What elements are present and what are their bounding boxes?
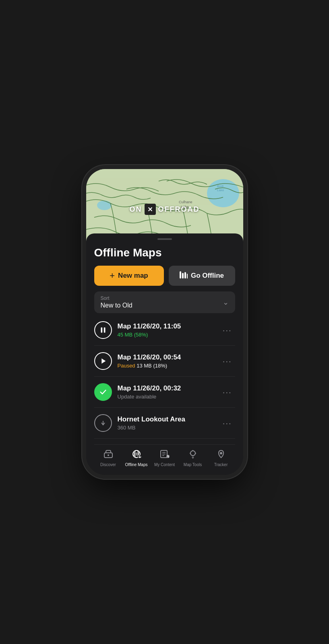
map-item-info: Map 11/26/20, 11:05 45 MB (58%) (118, 322, 214, 338)
tracker-icon (216, 450, 226, 461)
nav-item-offline-maps[interactable]: Offline Maps (122, 448, 151, 469)
new-map-label: New map (118, 272, 148, 280)
svg-point-4 (97, 200, 112, 210)
action-buttons-row: + New map Go Offline (94, 266, 235, 286)
svg-rect-8 (182, 273, 184, 279)
svg-rect-7 (180, 271, 181, 279)
svg-rect-10 (187, 274, 188, 279)
download-icon-button[interactable] (94, 414, 112, 432)
nav-item-map-tools[interactable]: Map Tools (179, 448, 207, 469)
bars-icon (180, 271, 188, 280)
svg-text:Lake: Lake (217, 188, 224, 192)
map-item-status: 360 MB (118, 425, 214, 431)
map-list-item: Map 11/26/20, 00:32 Update available ··· (94, 377, 235, 408)
go-offline-label: Go Offline (191, 272, 224, 280)
svg-point-28 (190, 451, 195, 456)
nav-label-offline-maps: Offline Maps (125, 462, 148, 467)
sort-dropdown[interactable]: Sort New to Old ⌄ (94, 291, 235, 313)
map-item-name: Map 11/26/20, 00:54 (118, 353, 214, 361)
more-options-button[interactable]: ··· (219, 324, 235, 336)
nav-item-my-content[interactable]: My Content (151, 448, 179, 469)
map-list-item: Hornet Lookout Area 360 MB ··· (94, 408, 235, 439)
map-list-item: Granite Park Update available ··· (94, 439, 235, 444)
go-offline-button[interactable]: Go Offline (169, 266, 235, 286)
nav-label-my-content: My Content (154, 462, 175, 467)
drag-handle[interactable] (157, 238, 172, 240)
more-options-button[interactable]: ··· (219, 355, 235, 367)
map-item-name: Map 11/26/20, 00:32 (118, 384, 214, 392)
bottom-nav: Discover Offline Maps (94, 444, 235, 475)
map-item-status: Paused 13 MB (18%) (118, 363, 214, 369)
map-list-item: Map 11/26/20, 11:05 45 MB (58%) ··· (94, 315, 235, 346)
page-title: Offline Maps (94, 246, 235, 259)
nav-item-tracker[interactable]: Tracker (207, 448, 235, 469)
svg-marker-13 (101, 359, 106, 364)
more-options-button[interactable]: ··· (219, 417, 235, 429)
map-item-status: 45 MB (58%) (118, 332, 214, 338)
my-content-icon (159, 450, 170, 461)
plus-icon: + (110, 271, 115, 280)
brand-offroad: OFFROAD (158, 205, 200, 214)
svg-rect-11 (101, 328, 102, 333)
offline-maps-icon (131, 450, 142, 461)
map-item-info: Map 11/26/20, 00:32 Update available (118, 384, 214, 400)
map-item-name: Map 11/26/20, 11:05 (118, 322, 214, 330)
map-tools-icon (188, 450, 198, 461)
more-options-button[interactable]: ··· (219, 386, 235, 398)
bottom-sheet: Offline Maps + New map Go Offline (86, 233, 243, 475)
map-item-status: Update available (118, 394, 214, 400)
svg-point-16 (108, 454, 109, 456)
map-list-item: Map 11/26/20, 00:54 Paused 13 MB (18%) ·… (94, 346, 235, 377)
nav-item-discover[interactable]: Discover (94, 448, 122, 469)
map-item-info: Hornet Lookout Area 360 MB (118, 415, 214, 431)
phone-frame: Bodi Lake Culhane (86, 169, 243, 475)
sort-label: Sort (101, 295, 229, 301)
nav-label-map-tools: Map Tools (184, 462, 202, 467)
brand-logo: ON ✕ OFFROAD (130, 204, 200, 215)
svg-point-33 (220, 452, 222, 454)
discover-icon (103, 450, 113, 461)
chevron-down-icon: ⌄ (223, 298, 229, 307)
brand-x: ✕ (145, 204, 156, 215)
map-item-info: Map 11/26/20, 00:54 Paused 13 MB (18%) (118, 353, 214, 369)
svg-rect-12 (103, 328, 105, 333)
svg-rect-9 (184, 272, 186, 279)
sort-value: New to Old (101, 302, 229, 309)
map-list: Map 11/26/20, 11:05 45 MB (58%) ··· Map … (94, 315, 235, 444)
new-map-button[interactable]: + New map (94, 266, 164, 286)
nav-label-tracker: Tracker (214, 462, 228, 467)
map-item-name: Hornet Lookout Area (118, 415, 214, 423)
nav-label-discover: Discover (100, 462, 116, 467)
check-icon (94, 383, 112, 401)
play-icon-button[interactable] (94, 352, 112, 370)
pause-icon-button[interactable] (94, 321, 112, 339)
svg-text:Bodi: Bodi (217, 184, 223, 188)
paused-label: Paused (118, 363, 135, 369)
brand-on: ON (130, 205, 142, 214)
